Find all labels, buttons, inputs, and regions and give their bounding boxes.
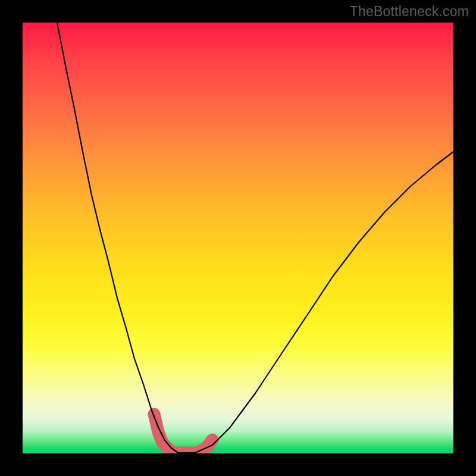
chart-svg — [23, 23, 453, 453]
chart-frame: TheBottleneck.com — [0, 0, 476, 476]
plot-area — [23, 23, 453, 453]
watermark-text: TheBottleneck.com — [350, 4, 469, 20]
highlighted-segment — [154, 414, 212, 453]
curve-line — [57, 23, 453, 453]
